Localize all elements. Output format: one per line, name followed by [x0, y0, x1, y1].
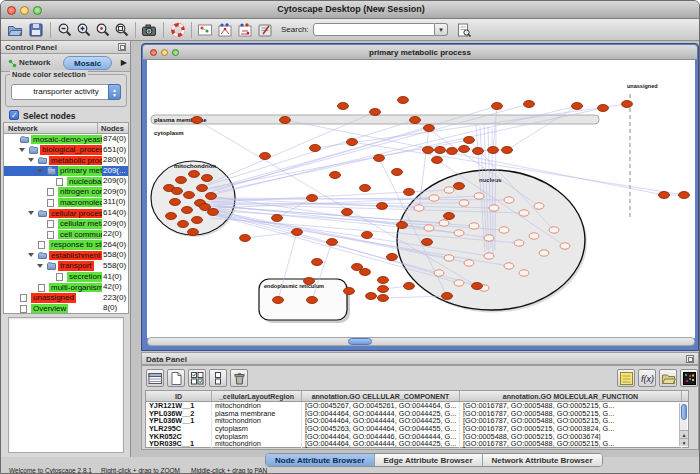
graph-node[interactable] — [514, 240, 524, 246]
graph-node[interactable] — [534, 203, 544, 209]
graph-node[interactable] — [560, 243, 570, 249]
tree-expand-arrow-icon[interactable] — [28, 253, 34, 257]
graph-node[interactable] — [484, 253, 494, 259]
tree-row[interactable]: secretion41(0) — [4, 272, 128, 283]
tab-overflow-arrow[interactable]: ▶ — [121, 58, 127, 67]
graph-node[interactable] — [484, 235, 494, 241]
graph-node[interactable] — [292, 229, 303, 236]
graph-node[interactable] — [280, 117, 291, 124]
window-titlebar[interactable]: Cytoscape Desktop (New Session) — [1, 1, 700, 19]
graph-node[interactable] — [378, 295, 389, 302]
graph-node[interactable] — [524, 101, 535, 108]
network-canvas[interactable]: plasma membrane cytoplasm mitochondrion … — [147, 60, 695, 338]
graph-node[interactable] — [397, 222, 408, 229]
tree-row[interactable]: mosaic-demo-yeast874(0) — [4, 134, 128, 145]
tree-row[interactable]: response to stimulu264(0) — [4, 240, 128, 251]
table-row[interactable]: YPL036W__1mitochondrion[GO:0044464, GO:0… — [146, 417, 688, 425]
graph-node[interactable] — [307, 195, 318, 202]
graph-node[interactable] — [370, 109, 381, 116]
graph-node[interactable] — [492, 103, 503, 110]
layout-1-icon[interactable] — [217, 22, 233, 38]
select-nodes-checkbox[interactable]: ✓ — [9, 110, 19, 120]
graph-node[interactable] — [529, 233, 539, 239]
snapshot-icon[interactable] — [141, 22, 157, 38]
graph-node[interactable] — [260, 153, 271, 160]
tree-row[interactable]: macromolecule311(0) — [4, 197, 128, 208]
graph-node[interactable] — [622, 101, 633, 108]
zoom-fit-icon[interactable] — [114, 22, 130, 38]
graph-node[interactable] — [499, 227, 509, 233]
graph-node[interactable] — [170, 199, 181, 206]
graph-node[interactable] — [189, 171, 200, 178]
graph-node[interactable] — [469, 223, 479, 229]
attribute-list-icon[interactable] — [617, 369, 635, 387]
graph-node[interactable] — [519, 210, 529, 216]
tree-row[interactable]: cellular metabo209(0) — [4, 219, 128, 230]
help-icon[interactable] — [170, 22, 186, 38]
search-input[interactable] — [313, 23, 435, 36]
graph-node[interactable] — [378, 286, 389, 293]
tree-row[interactable]: biological_process651(0) — [4, 145, 128, 156]
graph-node[interactable] — [344, 288, 355, 295]
open-icon[interactable] — [7, 22, 23, 38]
graph-node[interactable] — [360, 185, 371, 192]
graph-node[interactable] — [414, 205, 424, 211]
graph-node[interactable] — [502, 147, 513, 154]
save-icon[interactable] — [28, 22, 44, 38]
graph-node[interactable] — [272, 215, 283, 222]
tree-row[interactable]: nucleobase-209(0) — [4, 176, 128, 187]
graph-node[interactable] — [197, 185, 208, 192]
graph-node[interactable] — [444, 187, 454, 193]
formula-icon[interactable]: f(x) — [638, 369, 656, 387]
birds-eye-view[interactable] — [8, 317, 124, 453]
graph-node[interactable] — [182, 207, 193, 214]
graph-node[interactable] — [404, 189, 415, 196]
graph-node[interactable] — [188, 229, 199, 236]
graph-node[interactable] — [342, 209, 353, 216]
zoom-selected-icon[interactable] — [95, 22, 111, 38]
graph-node[interactable] — [327, 239, 338, 246]
float-panel-icon[interactable] — [118, 43, 126, 51]
tab-mosaic[interactable]: Mosaic — [63, 56, 112, 70]
vizmapper-icon[interactable] — [257, 22, 273, 38]
graph-node[interactable] — [347, 139, 358, 146]
vscroll-thumb[interactable] — [681, 404, 687, 420]
graph-node[interactable] — [549, 227, 559, 233]
graph-node[interactable] — [307, 297, 318, 304]
graph-node[interactable] — [572, 103, 583, 110]
tree-row[interactable]: establishment of lo558(0) — [4, 250, 128, 261]
graph-node[interactable] — [504, 197, 514, 203]
table-vscrollbar[interactable]: ▲ ▼ — [679, 403, 687, 446]
graph-node[interactable] — [539, 250, 549, 256]
graph-node[interactable] — [404, 283, 415, 290]
graph-node[interactable] — [504, 263, 514, 269]
network-view-titlebar[interactable]: primary metabolic process — [143, 45, 697, 60]
graph-node[interactable] — [424, 225, 434, 231]
tab-network[interactable]: Network — [5, 56, 57, 70]
graph-node[interactable] — [474, 193, 484, 199]
tree-row[interactable]: cellular process614(0) — [4, 208, 128, 219]
tree-expand-arrow-icon[interactable] — [28, 158, 34, 162]
graph-node[interactable] — [464, 137, 475, 144]
graph-node[interactable] — [200, 204, 211, 211]
graph-node[interactable] — [202, 175, 213, 182]
graph-node[interactable] — [422, 239, 433, 246]
tree-expand-arrow-icon[interactable] — [37, 169, 43, 173]
attribute-table-header[interactable]: ID _cellularLayoutRegion annotation.GO C… — [146, 391, 688, 402]
network-hscrollbar[interactable] — [147, 337, 695, 346]
graph-node[interactable] — [178, 221, 189, 228]
graph-node[interactable] — [378, 277, 389, 284]
delete-attribute-icon[interactable] — [230, 369, 248, 387]
graph-node[interactable] — [454, 183, 465, 190]
tree-row[interactable]: primary metabo209(... — [4, 166, 128, 177]
graph-node[interactable] — [192, 117, 203, 124]
graph-node[interactable] — [424, 125, 435, 132]
matrix-icon[interactable] — [680, 369, 698, 387]
tree-expand-arrow-icon[interactable] — [28, 211, 34, 215]
graph-node[interactable] — [338, 103, 349, 110]
graph-node[interactable] — [447, 148, 458, 155]
graph-node[interactable] — [444, 213, 455, 220]
scroll-down-icon[interactable]: ▼ — [680, 438, 688, 446]
graph-node[interactable] — [679, 192, 690, 199]
graph-node[interactable] — [206, 193, 217, 200]
